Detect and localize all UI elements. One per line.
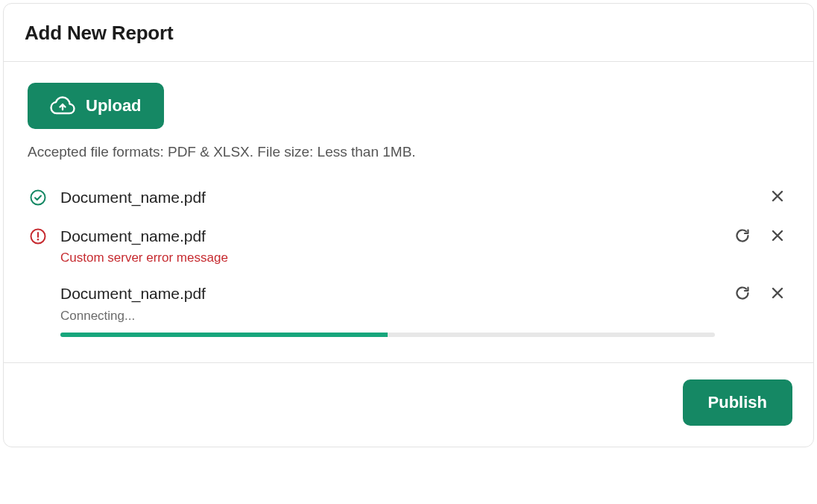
error-circle-icon [28, 226, 48, 247]
upload-hint: Accepted file formats: PDF & XLSX. File … [28, 144, 789, 160]
file-status-message: Connecting... [60, 309, 721, 324]
remove-file-button[interactable] [769, 284, 786, 302]
cloud-upload-icon [50, 96, 75, 116]
refresh-icon [734, 227, 751, 244]
file-info: Document_name.pdf [60, 187, 757, 207]
file-name: Document_name.pdf [60, 283, 721, 303]
file-actions [769, 187, 789, 205]
file-actions [733, 283, 789, 303]
upload-progress-bar [60, 333, 388, 337]
retry-button[interactable] [733, 226, 752, 245]
card-header: Add New Report [4, 4, 813, 62]
close-icon [770, 189, 785, 204]
retry-button[interactable] [733, 283, 752, 303]
file-row: Document_name.pdf Custom server error me… [28, 217, 789, 274]
file-info: Document_name.pdf Connecting... [60, 283, 721, 323]
publish-button-label: Publish [708, 393, 767, 412]
close-icon [770, 228, 785, 243]
file-name: Document_name.pdf [60, 226, 721, 246]
refresh-icon [734, 285, 751, 301]
file-error-message: Custom server error message [60, 251, 721, 265]
upload-progress [60, 333, 715, 337]
remove-file-button[interactable] [769, 227, 786, 245]
publish-button[interactable]: Publish [683, 379, 792, 426]
upload-button-label: Upload [86, 96, 142, 116]
file-info: Document_name.pdf Custom server error me… [60, 226, 721, 265]
file-actions [733, 226, 789, 245]
svg-point-0 [31, 191, 45, 205]
file-name: Document_name.pdf [60, 187, 757, 207]
svg-point-3 [37, 239, 40, 241]
file-list: Document_name.pdf [28, 178, 789, 355]
card-body: Upload Accepted file formats: PDF & XLSX… [4, 62, 813, 363]
upload-button[interactable]: Upload [28, 83, 164, 129]
check-circle-icon [28, 187, 48, 208]
page-title: Add New Report [25, 22, 792, 45]
file-row-uploading: Document_name.pdf Connecting... [28, 274, 789, 354]
status-icon-placeholder [28, 283, 48, 304]
file-row: Document_name.pdf [28, 178, 789, 217]
close-icon [770, 286, 785, 300]
remove-file-button[interactable] [769, 187, 786, 205]
card-footer: Publish [4, 363, 813, 447]
add-report-card: Add New Report Upload Accepted file form… [3, 3, 814, 447]
